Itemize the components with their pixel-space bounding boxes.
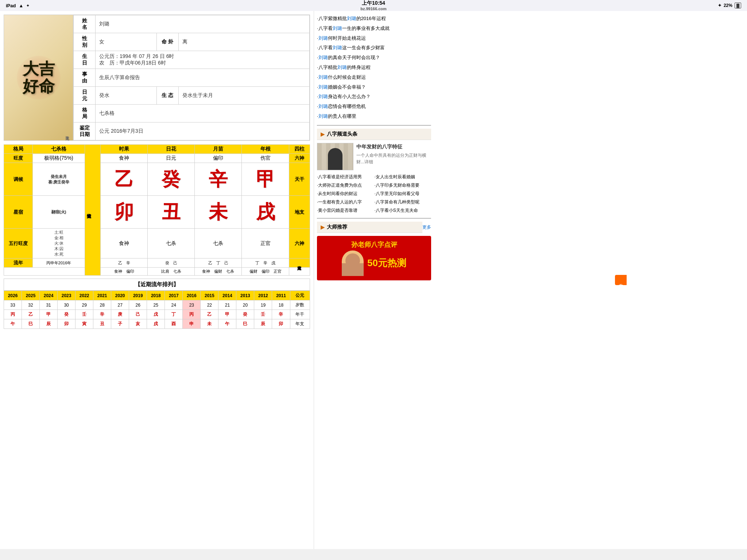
grid-link-4[interactable]: ·八字印多无财命格需要 [375,182,431,189]
body-shape [342,263,364,276]
sidebar-link-9[interactable]: ·刘璐身边有小人怎么办？ [317,92,431,102]
age-29: 29 [76,300,93,310]
ytig-wu: 戊 [147,310,165,319]
rihua-sixgod-bottom: 七杀 [148,229,195,258]
shiguo-sixgod-top: 食神 [101,154,148,163]
sidebar-link-5[interactable]: ·刘璐的真命天子何时会出现？ [317,53,431,63]
article-title[interactable]: 中年发财的八字特征 [356,143,431,151]
geju-label: 格 局 [74,105,96,122]
year-2014: 2014 [218,291,236,300]
liugan-top-label: 六神 [289,154,310,163]
year-tiangan-row: 丙 乙 甲 癸 壬 辛 庚 己 戊 丁 丙 乙 甲 癸 壬 辛 年干 [4,310,310,319]
liuyear-value: 丙申年2016年 [32,258,85,268]
sidebar-link-11[interactable]: ·刘璐的贵人在哪里 [317,112,431,121]
age-22: 22 [201,300,218,310]
sidebar-link-3[interactable]: ·刘璐何时开始走桃花运 [317,34,431,43]
sidebar-link-1[interactable]: ·八字紫微精批刘璐的2016年运程 [317,14,431,24]
master-promo-card[interactable]: 孙老师八字点评 50元热测 [317,236,431,280]
ydiz-yin: 寅 [76,319,93,329]
sidebar-link-6[interactable]: ·八字精批刘璐的终身运程 [317,63,431,73]
channel-arrow-icon: ▶ [321,131,325,137]
qisha-header: 七杀格 [32,145,85,154]
age-27: 27 [111,300,129,310]
ytig-gui: 癸 [58,310,76,319]
birthday-value: 公元历：1994 年 07 月 26 日 6时农 历：甲戌年06月18日 6时 [96,51,310,69]
info-row-riyuan: 日 元 癸水 生 态 癸水生于未月 [74,87,310,105]
niangen-support-labels: 偏财 偏印 正官 [242,268,289,276]
ydiz-mao: 卯 [58,319,76,329]
rihua-sixgod-top: 日元 [148,154,195,163]
grid-link-5[interactable]: ·从生时间看你的财运 [317,190,374,198]
yuemiao-support-tiangan: 乙 丁 己 [195,258,242,268]
master-title-bar: ▶ 大师推荐 [317,222,422,233]
ydiz-mao2: 卯 [272,319,290,329]
empty-cell-2 [289,268,310,276]
signal-icon: ✦ [26,4,29,8]
grid-link-7[interactable]: ·一生都有贵人运的八字 [317,198,374,206]
xingxiu-label: 星宿 [4,196,33,229]
ydiz-shen: 申 [183,319,201,329]
channel-title: 八字频道头条 [327,131,357,137]
year-2012: 2012 [254,291,272,300]
grid-link-6[interactable]: ·八字里无印如何看父母 [375,190,431,198]
status-center: 上午10:54 bz.99166.com [360,0,387,11]
main-data-table: 格局 七杀格 大交运换 时果 日花 月苗 年根 四柱 旺度 极弱格(75%) 食… [4,144,310,276]
sidebar-link-8[interactable]: ·刘璐婚姻会不会幸福？ [317,82,431,92]
ydiz-xu: 戌 [147,319,165,329]
dizhi-label: 地支 [289,196,310,229]
rihua-header: 日花 [148,145,195,154]
grid-link-2[interactable]: ·女人出生时辰看婚姻 [375,173,431,181]
grid-link-8[interactable]: ·八字算命有几种类型呢 [375,198,431,206]
year-2025: 2025 [22,291,40,300]
master-arrow-icon: ▶ [321,224,325,230]
name-label: 姓 名 [74,15,96,33]
rihua-tiangan: 癸 [148,163,195,196]
sidebar-link-7[interactable]: ·刘璐什么时候会走财运 [317,73,431,82]
year-2023: 2023 [58,291,76,300]
niangen-tiangan: 甲 [242,163,289,196]
ytig-ren: 壬 [76,310,93,319]
ydiz-chen2: 辰 [254,319,272,329]
master-price: 50元热测 [367,257,406,269]
thumb-silhouette [328,148,342,170]
ydiz-chen: 辰 [40,319,58,329]
reason-label: 事 由 [74,69,96,87]
article-thumbnail [317,143,353,170]
ytig-jia2: 甲 [218,310,236,319]
master-section-header: ▶ 大师推荐 更多 [317,222,431,233]
sidebar-link-4[interactable]: ·八字看刘璐这一生会有多少财富 [317,43,431,53]
sizhu-header: 四柱 [289,145,310,154]
sidebar-link-10[interactable]: ·刘璐恋情会有哪些危机 [317,102,431,112]
grid-link-10[interactable]: ·八字看小S天生克夫命 [375,207,431,214]
share-button[interactable]: 分享 [615,275,627,285]
year-2021: 2021 [93,291,111,300]
age-18: 18 [272,300,290,310]
jianding-value: 公元 2016年7月3日 [96,122,310,140]
master-title: 大师推荐 [327,224,347,230]
master-name: 孙老师八字点评 [321,240,427,249]
info-row-name: 姓 名 刘璐 [74,15,310,33]
device-label: iPad [6,3,16,8]
suishu-label: 岁数 [290,300,310,310]
year-dizhi-row: 午 巳 辰 卯 寅 丑 子 亥 戌 酉 申 未 午 巳 辰 卯 年支 [4,319,310,329]
grid-link-1[interactable]: ·八字看谁是经济适用男 [317,173,374,181]
birthday-label: 生 日 [74,51,96,69]
year-2015: 2015 [201,291,218,300]
master-more-link[interactable]: 更多 [422,224,431,230]
status-right: ✦ 22% ▓ [718,3,741,8]
ytig-ding: 丁 [165,310,183,319]
ages-row: 33 32 31 30 29 28 27 26 25 24 23 22 21 2… [4,300,310,310]
liuyear-label: 流年 [4,258,33,268]
right-sidebar: ·八字紫微精批刘璐的2016年运程 ·八字看刘璐一生的事业有多大成就 ·刘璐何时… [314,11,434,549]
yuemiao-sixgod-top: 偏印 [195,154,242,163]
article-desc: 一个人命中所具有的运分为正财与横财...详细 [356,152,431,165]
niangan-label: 年干 [290,310,310,319]
tiaoshou-value: 癸生未月喜:庚壬癸辛 [32,163,85,196]
sidebar-link-2[interactable]: ·八字看刘璐一生的事业有多大成就 [317,24,431,34]
niangen-header: 年根 [242,145,289,154]
ytig-yi2: 乙 [201,310,218,319]
support-labels-row: 食神 偏印 比肩 七杀 食神 偏财 七杀 偏财 偏印 正官 [4,268,310,276]
grid-link-9[interactable]: ·黄小雷闪婚是否靠谱 [317,207,374,214]
grid-link-3[interactable]: ·大师孙正道免费为你点 [317,182,374,189]
support-label-col: 支藏人元 [289,258,310,268]
